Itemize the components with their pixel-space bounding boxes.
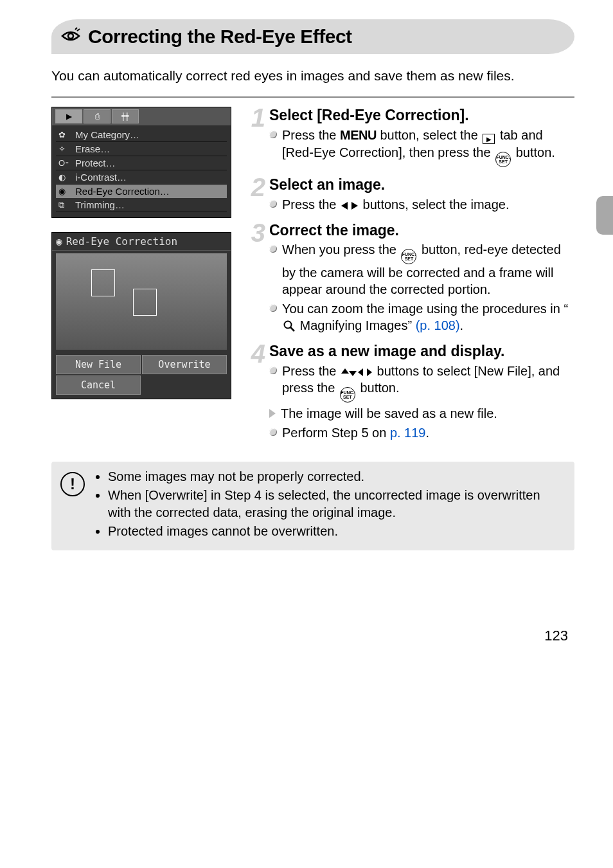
face-box: [91, 269, 115, 296]
intro-text: You can automatically correct red eyes i…: [51, 67, 574, 85]
tab-playback-icon: ▶: [55, 109, 82, 123]
step-number: 4: [247, 343, 265, 365]
contrast-icon: ◐: [58, 172, 70, 182]
bullet-icon: [269, 245, 277, 253]
page-title: Correcting the Red-Eye Effect: [88, 26, 352, 48]
playback-tab-icon: ▶: [481, 134, 496, 144]
menu-screenshot: ▶ ⎙ ǂǂ ✿My Category… ✧Erase… O⁃Protect… …: [51, 107, 231, 218]
bullet-icon: [269, 200, 277, 208]
step-1: 1 Select [Red-Eye Correction]. Press the…: [247, 107, 574, 170]
face-box: [133, 289, 157, 316]
section-rule: [51, 96, 574, 98]
magnify-icon: [282, 320, 296, 332]
func-set-icon: FUNC.SET: [400, 249, 418, 264]
erase-icon: ✧: [58, 144, 70, 154]
svg-marker-2: [351, 202, 358, 210]
page-link[interactable]: p. 119: [390, 426, 426, 440]
step-bullet: You can zoom the image using the procedu…: [269, 300, 574, 334]
step-3: 3 Correct the image. When you press the …: [247, 222, 574, 336]
menu-item-my-category: ✿My Category…: [56, 128, 227, 142]
overwrite-button: Overwrite: [142, 355, 227, 374]
svg-marker-8: [367, 368, 372, 376]
svg-marker-1: [341, 202, 348, 210]
page-link[interactable]: (p. 108): [416, 318, 460, 332]
page-thumb-tab: [596, 196, 613, 235]
bullet-icon: [269, 131, 277, 138]
svg-marker-6: [349, 371, 357, 376]
redeye-screen-title: ◉ Red-Eye Correction: [52, 233, 231, 251]
photo-preview: [56, 253, 227, 350]
step-title: Select [Red-Eye Correction].: [269, 107, 574, 123]
step-bullet: When you press the FUNC.SET button, red-…: [269, 241, 574, 298]
bullet-text: Press the MENU button, select the ▶ tab …: [282, 127, 574, 168]
caution-list: Some images may not be properly correcte…: [96, 468, 565, 541]
bullet-icon: [269, 304, 277, 312]
step-title: Select an image.: [269, 176, 574, 193]
step-2: 2 Select an image. Press the buttons, se…: [247, 176, 574, 215]
menu-item-label: i-Contrast…: [75, 172, 127, 183]
step-bullet: Press the buttons to select [New File], …: [269, 363, 574, 402]
step-title: Save as a new image and display.: [269, 343, 574, 359]
menu-item-icontrast: ◐i-Contrast…: [56, 170, 227, 185]
menu-button-label: MENU: [340, 128, 377, 142]
caution-icon: !: [60, 472, 85, 496]
step-bullet: Press the MENU button, select the ▶ tab …: [269, 127, 574, 168]
step-bullet: Press the buttons, select the image.: [269, 196, 574, 213]
bullet-text: Press the buttons, select the image.: [282, 196, 510, 213]
tab-tools-icon: ǂǂ: [112, 109, 139, 123]
new-file-button: New File: [56, 355, 141, 374]
step-bullet: Perform Step 5 on p. 119.: [269, 424, 574, 441]
menu-list: ✿My Category… ✧Erase… O⁃Protect… ◐i-Cont…: [52, 125, 231, 217]
left-right-arrows-icon: [340, 201, 359, 211]
svg-marker-5: [341, 368, 349, 374]
svg-point-0: [68, 33, 73, 39]
bullet-text: You can zoom the image using the procedu…: [282, 300, 574, 334]
page-title-bar: Correcting the Red-Eye Effect: [51, 19, 574, 54]
step-number: 1: [247, 107, 265, 129]
svg-marker-7: [358, 368, 363, 376]
four-way-arrows-icon: [340, 367, 373, 377]
svg-line-4: [290, 327, 294, 331]
redeye-icon: [61, 26, 80, 48]
func-set-icon: FUNC.SET: [494, 152, 512, 167]
bullet-text: The image will be saved as a new file.: [281, 405, 497, 422]
bullet-icon: [269, 366, 277, 374]
redeye-small-icon: ◉: [56, 235, 62, 248]
step-4: 4 Save as a new image and display. Press…: [247, 343, 574, 443]
bullet-text: Perform Step 5 on p. 119.: [282, 424, 429, 441]
menu-item-label: Red-Eye Correction…: [75, 186, 170, 197]
step-title: Correct the image.: [269, 222, 574, 239]
caution-item: When [Overwrite] in Step 4 is selected, …: [108, 487, 565, 521]
trimming-icon: ⧉: [58, 200, 70, 210]
menu-item-trimming: ⧉Trimming…: [56, 198, 227, 212]
cancel-button: Cancel: [56, 375, 141, 395]
menu-item-protect: O⁃Protect…: [56, 156, 227, 170]
step-bullet: The image will be saved as a new file.: [269, 405, 574, 422]
bullet-text: Press the buttons to select [New File], …: [282, 363, 574, 402]
svg-point-3: [285, 321, 292, 329]
step-number: 3: [247, 222, 265, 244]
result-arrow-icon: [269, 409, 276, 418]
redeye-screenshot: ◉ Red-Eye Correction New File Overwrite …: [51, 232, 231, 399]
protect-icon: O⁃: [58, 158, 70, 168]
menu-item-redeye: ◉Red-Eye Correction…: [56, 185, 227, 198]
bullet-text: When you press the FUNC.SET button, red-…: [282, 241, 574, 298]
menu-item-label: Erase…: [75, 143, 110, 154]
caution-item: Protected images cannot be overwritten.: [108, 523, 565, 540]
menu-item-erase: ✧Erase…: [56, 142, 227, 156]
bullet-icon: [269, 428, 277, 436]
menu-item-label: My Category…: [75, 129, 139, 140]
redeye-small-icon: ◉: [58, 186, 70, 196]
func-set-icon: FUNC.SET: [339, 387, 357, 402]
step-number: 2: [247, 176, 265, 198]
caution-item: Some images may not be properly correcte…: [108, 468, 565, 485]
redeye-title-text: Red-Eye Correction: [66, 235, 177, 248]
page-number: 123: [51, 628, 574, 644]
tab-print-icon: ⎙: [84, 109, 111, 123]
caution-box: ! Some images may not be properly correc…: [51, 462, 574, 550]
menu-item-label: Trimming…: [75, 199, 125, 210]
category-icon: ✿: [58, 130, 70, 140]
menu-item-label: Protect…: [75, 158, 116, 168]
menu-tabs: ▶ ⎙ ǂǂ: [52, 107, 231, 125]
